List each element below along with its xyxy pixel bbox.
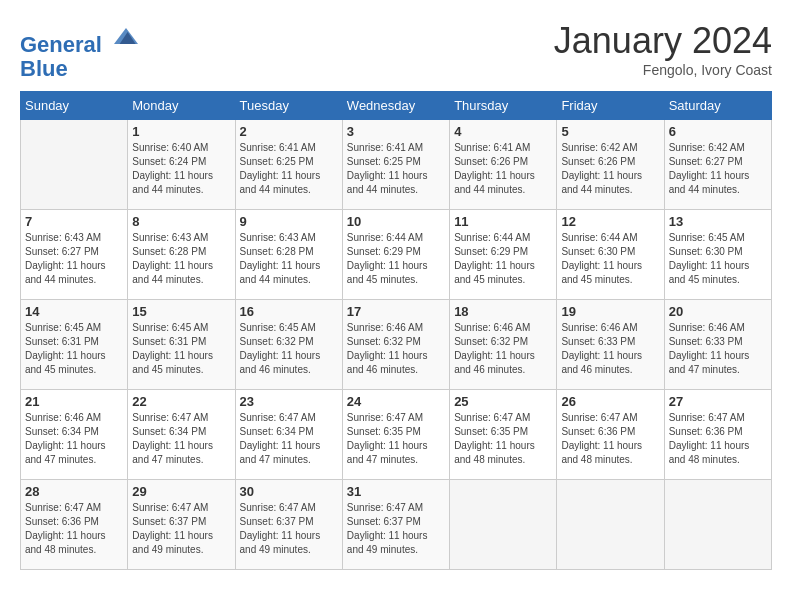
- calendar-cell: 20Sunrise: 6:46 AMSunset: 6:33 PMDayligh…: [664, 300, 771, 390]
- day-info: Sunrise: 6:47 AMSunset: 6:35 PMDaylight:…: [347, 411, 445, 467]
- day-number: 29: [132, 484, 230, 499]
- day-info: Sunrise: 6:47 AMSunset: 6:34 PMDaylight:…: [132, 411, 230, 467]
- calendar-table: SundayMondayTuesdayWednesdayThursdayFrid…: [20, 91, 772, 570]
- calendar-cell: 19Sunrise: 6:46 AMSunset: 6:33 PMDayligh…: [557, 300, 664, 390]
- day-number: 26: [561, 394, 659, 409]
- day-info: Sunrise: 6:47 AMSunset: 6:36 PMDaylight:…: [25, 501, 123, 557]
- day-info: Sunrise: 6:47 AMSunset: 6:34 PMDaylight:…: [240, 411, 338, 467]
- logo-text: General: [20, 20, 142, 57]
- day-info: Sunrise: 6:44 AMSunset: 6:29 PMDaylight:…: [454, 231, 552, 287]
- calendar-cell: 16Sunrise: 6:45 AMSunset: 6:32 PMDayligh…: [235, 300, 342, 390]
- weekday-header: Tuesday: [235, 92, 342, 120]
- day-info: Sunrise: 6:45 AMSunset: 6:30 PMDaylight:…: [669, 231, 767, 287]
- calendar-cell: 8Sunrise: 6:43 AMSunset: 6:28 PMDaylight…: [128, 210, 235, 300]
- calendar-cell: 27Sunrise: 6:47 AMSunset: 6:36 PMDayligh…: [664, 390, 771, 480]
- day-number: 13: [669, 214, 767, 229]
- title-area: January 2024 Fengolo, Ivory Coast: [554, 20, 772, 78]
- day-number: 10: [347, 214, 445, 229]
- calendar-cell: 1Sunrise: 6:40 AMSunset: 6:24 PMDaylight…: [128, 120, 235, 210]
- calendar-cell: 21Sunrise: 6:46 AMSunset: 6:34 PMDayligh…: [21, 390, 128, 480]
- calendar-cell: 11Sunrise: 6:44 AMSunset: 6:29 PMDayligh…: [450, 210, 557, 300]
- calendar-cell: 5Sunrise: 6:42 AMSunset: 6:26 PMDaylight…: [557, 120, 664, 210]
- day-info: Sunrise: 6:44 AMSunset: 6:30 PMDaylight:…: [561, 231, 659, 287]
- calendar-cell: 24Sunrise: 6:47 AMSunset: 6:35 PMDayligh…: [342, 390, 449, 480]
- calendar-cell: 9Sunrise: 6:43 AMSunset: 6:28 PMDaylight…: [235, 210, 342, 300]
- day-info: Sunrise: 6:40 AMSunset: 6:24 PMDaylight:…: [132, 141, 230, 197]
- day-info: Sunrise: 6:47 AMSunset: 6:36 PMDaylight:…: [669, 411, 767, 467]
- calendar-week-row: 14Sunrise: 6:45 AMSunset: 6:31 PMDayligh…: [21, 300, 772, 390]
- day-number: 14: [25, 304, 123, 319]
- day-number: 19: [561, 304, 659, 319]
- calendar-cell: 7Sunrise: 6:43 AMSunset: 6:27 PMDaylight…: [21, 210, 128, 300]
- calendar-cell: [450, 480, 557, 570]
- day-info: Sunrise: 6:47 AMSunset: 6:36 PMDaylight:…: [561, 411, 659, 467]
- day-number: 1: [132, 124, 230, 139]
- weekday-header: Sunday: [21, 92, 128, 120]
- day-number: 8: [132, 214, 230, 229]
- day-info: Sunrise: 6:42 AMSunset: 6:26 PMDaylight:…: [561, 141, 659, 197]
- day-number: 3: [347, 124, 445, 139]
- calendar-week-row: 21Sunrise: 6:46 AMSunset: 6:34 PMDayligh…: [21, 390, 772, 480]
- day-info: Sunrise: 6:47 AMSunset: 6:37 PMDaylight:…: [132, 501, 230, 557]
- logo-blue: Blue: [20, 57, 142, 81]
- day-info: Sunrise: 6:44 AMSunset: 6:29 PMDaylight:…: [347, 231, 445, 287]
- day-info: Sunrise: 6:47 AMSunset: 6:37 PMDaylight:…: [240, 501, 338, 557]
- calendar-cell: 6Sunrise: 6:42 AMSunset: 6:27 PMDaylight…: [664, 120, 771, 210]
- calendar-cell: 26Sunrise: 6:47 AMSunset: 6:36 PMDayligh…: [557, 390, 664, 480]
- day-info: Sunrise: 6:47 AMSunset: 6:37 PMDaylight:…: [347, 501, 445, 557]
- day-number: 28: [25, 484, 123, 499]
- weekday-header-row: SundayMondayTuesdayWednesdayThursdayFrid…: [21, 92, 772, 120]
- weekday-header: Friday: [557, 92, 664, 120]
- day-info: Sunrise: 6:46 AMSunset: 6:33 PMDaylight:…: [669, 321, 767, 377]
- day-number: 15: [132, 304, 230, 319]
- calendar-cell: 15Sunrise: 6:45 AMSunset: 6:31 PMDayligh…: [128, 300, 235, 390]
- day-number: 31: [347, 484, 445, 499]
- calendar-cell: [557, 480, 664, 570]
- day-info: Sunrise: 6:43 AMSunset: 6:27 PMDaylight:…: [25, 231, 123, 287]
- day-info: Sunrise: 6:47 AMSunset: 6:35 PMDaylight:…: [454, 411, 552, 467]
- day-number: 5: [561, 124, 659, 139]
- calendar-cell: 10Sunrise: 6:44 AMSunset: 6:29 PMDayligh…: [342, 210, 449, 300]
- day-info: Sunrise: 6:45 AMSunset: 6:31 PMDaylight:…: [132, 321, 230, 377]
- calendar-cell: 22Sunrise: 6:47 AMSunset: 6:34 PMDayligh…: [128, 390, 235, 480]
- page-header: General Blue January 2024 Fengolo, Ivory…: [20, 20, 772, 81]
- logo-icon: [110, 20, 142, 52]
- day-info: Sunrise: 6:46 AMSunset: 6:32 PMDaylight:…: [454, 321, 552, 377]
- weekday-header: Monday: [128, 92, 235, 120]
- day-info: Sunrise: 6:43 AMSunset: 6:28 PMDaylight:…: [240, 231, 338, 287]
- calendar-cell: 17Sunrise: 6:46 AMSunset: 6:32 PMDayligh…: [342, 300, 449, 390]
- calendar-cell: [21, 120, 128, 210]
- calendar-week-row: 1Sunrise: 6:40 AMSunset: 6:24 PMDaylight…: [21, 120, 772, 210]
- calendar-week-row: 28Sunrise: 6:47 AMSunset: 6:36 PMDayligh…: [21, 480, 772, 570]
- weekday-header: Saturday: [664, 92, 771, 120]
- day-info: Sunrise: 6:42 AMSunset: 6:27 PMDaylight:…: [669, 141, 767, 197]
- day-info: Sunrise: 6:41 AMSunset: 6:25 PMDaylight:…: [240, 141, 338, 197]
- day-number: 2: [240, 124, 338, 139]
- day-number: 6: [669, 124, 767, 139]
- calendar-cell: 31Sunrise: 6:47 AMSunset: 6:37 PMDayligh…: [342, 480, 449, 570]
- day-info: Sunrise: 6:41 AMSunset: 6:25 PMDaylight:…: [347, 141, 445, 197]
- weekday-header: Wednesday: [342, 92, 449, 120]
- calendar-cell: 28Sunrise: 6:47 AMSunset: 6:36 PMDayligh…: [21, 480, 128, 570]
- day-info: Sunrise: 6:46 AMSunset: 6:33 PMDaylight:…: [561, 321, 659, 377]
- calendar-cell: 12Sunrise: 6:44 AMSunset: 6:30 PMDayligh…: [557, 210, 664, 300]
- calendar-cell: 18Sunrise: 6:46 AMSunset: 6:32 PMDayligh…: [450, 300, 557, 390]
- calendar-week-row: 7Sunrise: 6:43 AMSunset: 6:27 PMDaylight…: [21, 210, 772, 300]
- day-number: 7: [25, 214, 123, 229]
- day-number: 21: [25, 394, 123, 409]
- logo: General Blue: [20, 20, 142, 81]
- day-number: 17: [347, 304, 445, 319]
- calendar-cell: 13Sunrise: 6:45 AMSunset: 6:30 PMDayligh…: [664, 210, 771, 300]
- day-number: 23: [240, 394, 338, 409]
- day-info: Sunrise: 6:43 AMSunset: 6:28 PMDaylight:…: [132, 231, 230, 287]
- calendar-cell: 29Sunrise: 6:47 AMSunset: 6:37 PMDayligh…: [128, 480, 235, 570]
- day-info: Sunrise: 6:45 AMSunset: 6:32 PMDaylight:…: [240, 321, 338, 377]
- day-number: 27: [669, 394, 767, 409]
- day-info: Sunrise: 6:41 AMSunset: 6:26 PMDaylight:…: [454, 141, 552, 197]
- day-number: 24: [347, 394, 445, 409]
- day-number: 25: [454, 394, 552, 409]
- day-number: 4: [454, 124, 552, 139]
- calendar-cell: 25Sunrise: 6:47 AMSunset: 6:35 PMDayligh…: [450, 390, 557, 480]
- day-number: 16: [240, 304, 338, 319]
- logo-general: General: [20, 32, 102, 57]
